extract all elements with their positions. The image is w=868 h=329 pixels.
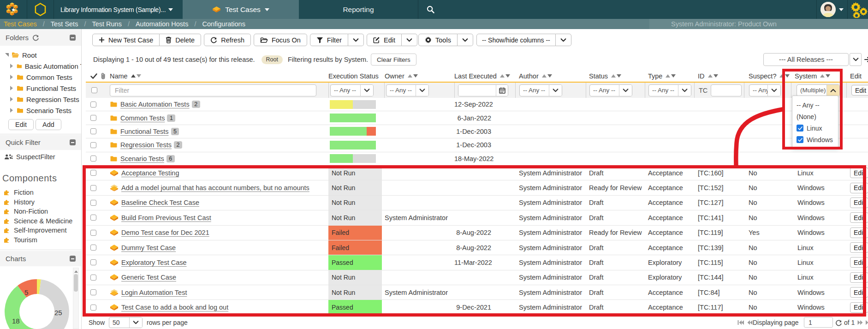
tab-test-sets[interactable]: Test Sets bbox=[51, 20, 78, 28]
system-option-windows[interactable]: Windows bbox=[792, 134, 838, 145]
sort-arrows[interactable] bbox=[500, 74, 510, 78]
row-checkbox[interactable] bbox=[90, 115, 96, 121]
system-option-any[interactable]: -- Any -- bbox=[792, 99, 838, 111]
show-hide-columns-dropdown-button[interactable] bbox=[556, 34, 571, 46]
test-case-link[interactable]: Build From Previous Test Cast bbox=[121, 214, 211, 221]
row-checkbox[interactable] bbox=[90, 102, 96, 108]
workspace-hexagon-icon[interactable] bbox=[27, 0, 54, 19]
component-item[interactable]: Non-Fiction bbox=[0, 207, 81, 216]
checked-checkbox[interactable] bbox=[797, 136, 803, 143]
last-page-button[interactable] bbox=[866, 317, 868, 328]
suspect-filter-select[interactable]: -- Any -- bbox=[749, 84, 781, 96]
product-menu[interactable]: Library Information System (Sample)... bbox=[54, 0, 183, 19]
test-case-link[interactable]: Acceptance Testing bbox=[121, 169, 179, 177]
release-go-button[interactable] bbox=[862, 53, 868, 66]
tree-expander-icon[interactable] bbox=[10, 97, 13, 102]
column-header-status[interactable]: Status bbox=[586, 72, 645, 80]
tab-automation-hosts[interactable]: Automation Hosts bbox=[136, 20, 188, 28]
select-dropdown-button-open[interactable] bbox=[827, 85, 839, 96]
tree-expander-icon[interactable] bbox=[10, 86, 13, 90]
row-checkbox[interactable] bbox=[90, 245, 96, 251]
edit-row-button[interactable]: Edit bbox=[850, 197, 868, 208]
tree-node-folder[interactable]: Basic Automation Tests bbox=[0, 60, 81, 72]
edit-row-button[interactable]: Edit bbox=[850, 227, 868, 238]
component-item[interactable]: Self-Improvement bbox=[0, 226, 81, 235]
owner-filter-select[interactable]: -- Any -- bbox=[386, 84, 429, 96]
select-dropdown-button[interactable] bbox=[130, 317, 142, 328]
component-item[interactable]: Science & Medicine bbox=[0, 216, 81, 226]
filter-dropdown-button[interactable] bbox=[348, 34, 364, 46]
row-checkbox[interactable] bbox=[90, 230, 96, 236]
focus-on-button[interactable]: Focus On bbox=[254, 34, 307, 46]
folder-link[interactable]: Functional Tests bbox=[120, 128, 169, 135]
tree-expander-icon[interactable] bbox=[10, 64, 13, 68]
system-filter-select[interactable]: (Multiple) bbox=[797, 84, 840, 96]
tree-node-folder[interactable]: Scenario Tests bbox=[0, 105, 81, 116]
folder-link[interactable]: Scenario Tests bbox=[120, 155, 164, 162]
edit-row-button[interactable]: Edit bbox=[851, 85, 868, 96]
release-dropdown-button[interactable] bbox=[850, 53, 862, 66]
tree-node-folder[interactable]: Functional Tests bbox=[0, 83, 81, 94]
sort-arrows[interactable] bbox=[708, 74, 718, 78]
folder-link[interactable]: Basic Automation Tests bbox=[120, 101, 190, 108]
charts-scrollbar[interactable] bbox=[73, 268, 79, 329]
test-case-link[interactable]: Dummy Test Case bbox=[121, 244, 176, 251]
edit-row-button[interactable]: Edit bbox=[850, 167, 868, 178]
date-input[interactable] bbox=[458, 85, 496, 96]
select-all-header[interactable] bbox=[86, 73, 99, 79]
new-test-case-button[interactable]: New Test Case bbox=[92, 34, 160, 46]
name-filter-input[interactable] bbox=[110, 84, 316, 96]
scrollbar-up-arrow[interactable] bbox=[74, 270, 78, 273]
tree-node-root[interactable]: Root bbox=[0, 49, 81, 60]
refresh-button[interactable]: Refresh bbox=[204, 34, 251, 46]
tree-expander-icon[interactable] bbox=[10, 108, 13, 113]
test-case-link[interactable]: Login Automation Test bbox=[121, 289, 187, 296]
page-size-select[interactable]: 50 bbox=[109, 317, 143, 328]
refresh-page-button[interactable] bbox=[835, 317, 842, 328]
admin-settings-button[interactable] bbox=[848, 0, 868, 19]
type-filter-select[interactable]: -- Any -- bbox=[648, 84, 691, 96]
page-number-input[interactable] bbox=[804, 317, 833, 328]
tree-node-folder[interactable]: Regression Tests bbox=[0, 94, 81, 105]
quick-filter-item-suspectfilter[interactable]: SuspectFilter bbox=[0, 151, 81, 162]
sort-arrows[interactable] bbox=[611, 74, 621, 78]
column-header-owner[interactable]: Owner bbox=[384, 72, 454, 80]
collapse-folders-button[interactable] bbox=[70, 35, 76, 41]
last-executed-date-filter[interactable] bbox=[458, 84, 508, 96]
row-checkbox[interactable] bbox=[90, 170, 96, 176]
sort-arrows[interactable] bbox=[666, 74, 676, 78]
folder-link[interactable]: Regression Tests bbox=[120, 141, 172, 149]
edit-row-button[interactable]: Edit bbox=[850, 287, 868, 298]
tab-reporting[interactable]: Reporting bbox=[299, 0, 418, 19]
status-filter-select[interactable]: -- Any -- bbox=[589, 84, 632, 96]
component-item[interactable]: Fiction bbox=[0, 188, 81, 197]
select-dropdown-button[interactable] bbox=[416, 85, 428, 96]
edit-row-button[interactable]: Edit bbox=[850, 212, 868, 223]
user-menu[interactable] bbox=[817, 0, 847, 19]
row-checkbox[interactable] bbox=[90, 259, 96, 265]
spira-logo[interactable] bbox=[0, 0, 27, 19]
row-checkbox[interactable] bbox=[90, 275, 96, 281]
edit-row-button[interactable]: Edit bbox=[850, 183, 868, 193]
tab-test-cases[interactable]: Test Cases bbox=[183, 0, 299, 19]
column-header-execution-status[interactable]: Execution Status bbox=[328, 72, 384, 80]
release-select[interactable]: --- All Releases --- bbox=[763, 53, 849, 66]
tab-test-cases-sub[interactable]: Test Cases bbox=[4, 20, 37, 28]
row-checkbox[interactable] bbox=[90, 185, 96, 191]
sort-arrows[interactable] bbox=[131, 74, 141, 78]
column-header-suspect[interactable]: Suspect? bbox=[744, 72, 791, 80]
test-case-link[interactable]: Test Case to add a book and log out bbox=[121, 304, 228, 311]
refresh-folders-icon[interactable] bbox=[32, 34, 39, 41]
tools-dropdown-button[interactable] bbox=[458, 34, 473, 46]
row-checkbox[interactable] bbox=[90, 289, 96, 295]
select-dropdown-button[interactable] bbox=[549, 85, 562, 96]
test-case-link[interactable]: Generic Test Case bbox=[121, 274, 176, 281]
column-header-type[interactable]: Type bbox=[645, 72, 694, 80]
calendar-button[interactable] bbox=[496, 85, 508, 96]
tree-node-folder[interactable]: Common Tests bbox=[0, 72, 81, 83]
row-checkbox[interactable] bbox=[90, 215, 96, 221]
checked-checkbox[interactable] bbox=[797, 125, 803, 132]
sort-arrows[interactable] bbox=[542, 74, 552, 78]
first-page-button[interactable] bbox=[737, 317, 744, 328]
tools-button[interactable]: Tools bbox=[418, 34, 458, 46]
